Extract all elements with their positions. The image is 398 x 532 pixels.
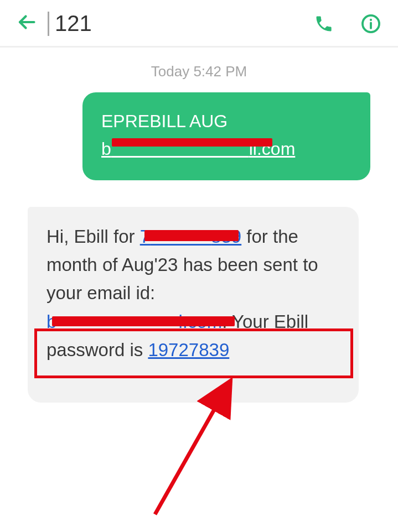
back-arrow-icon[interactable]: [17, 12, 37, 35]
incoming-message-bubble[interactable]: Hi, Ebill for 7 839 for the month of Aug…: [28, 207, 359, 403]
call-icon[interactable]: [314, 14, 334, 34]
incoming-text-1: Hi, Ebill for: [46, 226, 140, 247]
redaction-mark: [144, 230, 239, 241]
contact-title[interactable]: 121: [55, 11, 314, 36]
header-divider: [48, 12, 49, 36]
svg-point-3: [370, 18, 372, 20]
redaction-mark: [52, 316, 235, 326]
annotation-arrow-icon: [133, 376, 255, 525]
info-icon[interactable]: [360, 13, 381, 34]
outgoing-message-bubble[interactable]: EPREBILL AUG b il.com: [82, 92, 370, 180]
redaction-mark: [112, 138, 272, 147]
outgoing-line1: EPREBILL AUG: [101, 108, 352, 135]
svg-line-5: [155, 387, 227, 514]
thread-timestamp: Today 5:42 PM: [0, 63, 398, 80]
highlight-box: [34, 328, 353, 378]
